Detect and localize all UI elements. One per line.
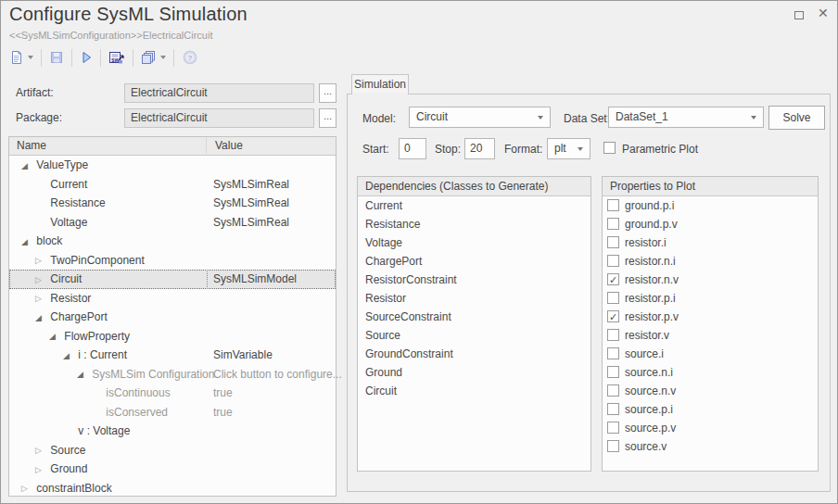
tab-simulation[interactable]: Simulation [351,74,409,94]
property-item[interactable]: source.v [603,437,818,456]
property-item[interactable]: ground.p.i [603,196,818,215]
property-item[interactable]: ✓ resistor.n.v [603,271,818,289]
expand-icon[interactable]: ▷ [32,271,44,290]
help-button[interactable]: ? [179,47,201,68]
model-value: Circuit [416,110,448,123]
collapse-icon[interactable]: ◢ [60,346,72,366]
tree-row[interactable]: Current SysMLSimReal [9,175,336,195]
tree-row[interactable]: ◢ ValueType [9,156,336,175]
property-item[interactable]: ground.p.v [603,215,818,233]
new-configuration-button[interactable] [6,48,36,67]
property-item[interactable]: source.n.i [603,363,818,382]
property-checkbox[interactable] [607,292,619,304]
property-checkbox[interactable] [607,422,619,434]
tree-row[interactable]: ▷ Ground [9,460,336,479]
model-dropdown[interactable]: Circuit [409,107,551,128]
tree-row[interactable]: isConserved true [9,403,336,422]
tree-row[interactable]: ▷ Circuit SysMLSimModel [9,270,336,289]
expand-icon[interactable]: ▷ [32,289,44,309]
dependency-item[interactable]: Current [358,196,590,215]
collapse-icon[interactable]: ◢ [74,365,86,384]
name-column-header[interactable]: Name [17,139,46,152]
stop-input[interactable]: 20 [464,138,495,159]
property-checkbox[interactable] [607,366,619,378]
property-label: resistor.n.i [625,255,676,268]
dataset-value: DataSet_1 [616,110,668,123]
dependency-item[interactable]: GroundConstraint [358,345,590,363]
property-item[interactable]: source.n.v [603,382,818,400]
collapse-icon[interactable]: ◢ [19,233,31,252]
property-item[interactable]: ✓ resistor.p.v [603,308,818,326]
property-checkbox[interactable] [607,236,619,248]
property-checkbox[interactable] [607,440,619,452]
tree-row[interactable]: ▷ TwoPinComponent [9,251,336,271]
expand-icon[interactable]: ▷ [32,460,44,480]
package-field[interactable]: ElectricalCircuit [124,108,314,128]
property-checkbox[interactable] [607,384,619,397]
dependency-item[interactable]: SourceConstraint [358,308,590,326]
tree-row[interactable]: ◢ block [9,232,336,251]
tree-row[interactable]: ▷ Source [9,441,336,460]
dependency-item[interactable]: Circuit [358,382,590,400]
value-column-header[interactable]: Value [215,139,243,152]
property-checkbox[interactable] [607,255,619,267]
copy-configuration-button[interactable] [138,48,169,67]
collapse-icon[interactable]: ◢ [19,157,31,176]
property-item[interactable]: resistor.i [603,233,818,252]
artifact-field[interactable]: ElectricalCircuit [124,83,314,103]
property-checkbox[interactable]: ✓ [607,273,619,285]
start-input[interactable]: 0 [399,138,426,159]
property-checkbox[interactable]: ✓ [607,310,619,322]
toolbar-separator [71,49,72,67]
tree-row[interactable]: ◢ FlowProperty [9,327,336,346]
property-checkbox[interactable] [607,329,619,341]
dataset-dropdown[interactable]: DataSet_1 [608,107,764,128]
tree-row[interactable]: isContinuous true [9,384,336,403]
dependency-item[interactable]: Voltage [358,233,590,252]
dependency-item[interactable]: ChargePort [358,252,590,271]
property-checkbox[interactable] [607,403,619,415]
tree-row[interactable]: ◢ SysMLSim Configuration Click button to… [9,365,336,384]
property-checkbox[interactable] [607,199,619,211]
property-checkbox[interactable] [607,218,619,230]
tree-row[interactable]: Voltage SysMLSimReal [9,213,336,233]
property-item[interactable]: source.p.v [603,419,818,437]
property-item[interactable]: resistor.v [603,326,818,345]
property-checkbox[interactable] [607,347,619,359]
package-browse-button[interactable]: ... [319,108,336,128]
property-label: ground.p.v [625,218,678,231]
tree-row[interactable]: ▷ constraintBlock [9,479,336,498]
dependency-item[interactable]: Source [358,326,590,345]
run-simulation-button[interactable] [77,48,95,67]
collapse-icon[interactable]: ◢ [46,327,58,346]
expand-icon[interactable]: ▷ [32,251,44,271]
tree-node-name: Resistor [50,292,91,305]
maximize-button[interactable] [794,8,806,21]
expand-icon[interactable]: ▷ [19,479,31,498]
dependency-item[interactable]: Resistance [358,215,590,233]
format-dropdown[interactable]: plt [547,138,590,159]
parametric-plot-checkbox[interactable] [603,142,616,154]
dependency-item[interactable]: Resistor [358,289,590,308]
property-item[interactable]: resistor.n.i [603,252,818,271]
dependency-item[interactable]: Ground [358,363,590,382]
tree-row[interactable]: ◢ ChargePort [9,308,336,327]
tree-row[interactable]: Resistance SysMLSimReal [9,194,336,213]
dependency-label: GroundConstraint [358,347,453,360]
tree-row[interactable]: v : Voltage [9,422,336,441]
tree-row[interactable]: ◢ i : Current SimVariable [9,346,336,365]
property-item[interactable]: source.p.i [603,400,818,419]
solve-button[interactable]: Solve [768,106,825,130]
generate-code-button[interactable]: sw [106,48,128,67]
expand-icon[interactable]: ▷ [32,441,44,460]
close-button[interactable]: ✕ [818,6,831,19]
property-item[interactable]: resistor.p.i [603,289,818,308]
property-item[interactable]: source.i [603,345,818,363]
artifact-browse-button[interactable]: ... [319,83,336,103]
save-button[interactable] [46,48,67,67]
tree-row[interactable]: ▷ Resistor [9,289,336,309]
dependency-item[interactable]: ResistorConstraint [358,271,590,289]
start-label: Start: [362,143,389,156]
help-icon: ? [182,49,198,66]
collapse-icon[interactable]: ◢ [32,309,44,328]
